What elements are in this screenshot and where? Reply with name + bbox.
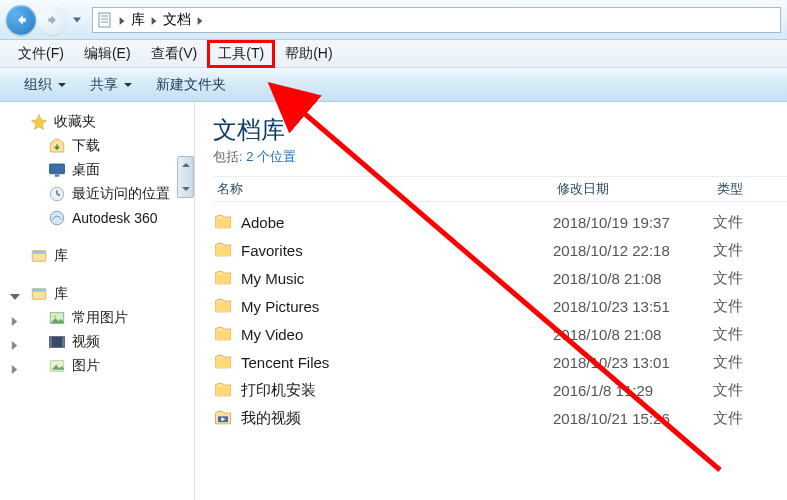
sidebar-library-header[interactable]: 库 bbox=[0, 282, 194, 306]
svg-rect-0 bbox=[99, 13, 110, 27]
sidebar-favorites-group: 收藏夹 下载桌面最近访问的位置Autodesk 360 bbox=[0, 110, 194, 230]
sidebar-item-videos[interactable]: 视频 bbox=[0, 330, 194, 354]
pictures-icon bbox=[48, 309, 66, 327]
file-type: 文件 bbox=[713, 269, 743, 288]
desktop-icon bbox=[48, 161, 66, 179]
chevron-right-icon[interactable] bbox=[10, 337, 20, 347]
svg-rect-4 bbox=[50, 164, 65, 174]
sidebar-library-label: 库 bbox=[54, 285, 68, 303]
chevron-right-icon[interactable] bbox=[10, 361, 20, 371]
menu-help[interactable]: 帮助(H) bbox=[275, 41, 342, 67]
new-folder-button[interactable]: 新建文件夹 bbox=[144, 76, 238, 94]
file-type: 文件 bbox=[713, 409, 743, 428]
sidebar-library-shortcut-label: 库 bbox=[54, 247, 68, 265]
file-name: 打印机安装 bbox=[241, 381, 553, 400]
sidebar-scrollbar[interactable] bbox=[177, 156, 194, 198]
file-row[interactable]: 打印机安装2016/1/8 11:29文件 bbox=[213, 376, 787, 404]
recent-icon bbox=[48, 185, 66, 203]
file-row[interactable]: Tencent Files2018/10/23 13:01文件 bbox=[213, 348, 787, 376]
file-row[interactable]: 我的视频2018/10/21 15:26文件 bbox=[213, 404, 787, 432]
menu-file[interactable]: 文件(F) bbox=[8, 41, 74, 67]
file-date: 2018/10/19 19:37 bbox=[553, 214, 713, 231]
folder-icon bbox=[213, 324, 233, 344]
sidebar-item-label: 图片 bbox=[72, 357, 100, 375]
file-list: Adobe2018/10/19 19:37文件Favorites2018/10/… bbox=[213, 208, 787, 432]
svg-rect-5 bbox=[55, 175, 60, 177]
includes-prefix: 包括: bbox=[213, 149, 246, 164]
sidebar-item-downloads[interactable]: 下载 bbox=[0, 134, 194, 158]
file-name: My Music bbox=[241, 270, 553, 287]
chevron-right-icon[interactable] bbox=[151, 11, 157, 29]
svg-rect-15 bbox=[50, 337, 52, 348]
chevron-down-icon[interactable] bbox=[10, 289, 20, 299]
library-title: 文档库 bbox=[213, 114, 787, 146]
sidebar-library-shortcut-header[interactable]: 库 bbox=[0, 244, 194, 268]
file-type: 文件 bbox=[713, 297, 743, 316]
file-row[interactable]: Adobe2018/10/19 19:37文件 bbox=[213, 208, 787, 236]
column-headers: 名称 修改日期 类型 bbox=[213, 176, 787, 202]
history-dropdown[interactable] bbox=[70, 9, 84, 31]
svg-rect-9 bbox=[32, 251, 46, 254]
breadcrumb-library[interactable]: 库 bbox=[127, 11, 149, 29]
forward-button[interactable] bbox=[38, 5, 68, 35]
chevron-right-icon[interactable] bbox=[119, 11, 125, 29]
chevron-right-icon[interactable] bbox=[197, 11, 203, 29]
file-date: 2018/10/23 13:01 bbox=[553, 354, 713, 371]
file-row[interactable]: My Video2018/10/8 21:08文件 bbox=[213, 320, 787, 348]
sidebar-item-desktop[interactable]: 桌面 bbox=[0, 158, 194, 182]
sidebar-item-pictures[interactable]: 常用图片 bbox=[0, 306, 194, 330]
svg-point-13 bbox=[53, 315, 56, 318]
file-row[interactable]: Favorites2018/10/12 22:18文件 bbox=[213, 236, 787, 264]
library-icon bbox=[30, 247, 48, 265]
sidebar-favorites-header[interactable]: 收藏夹 bbox=[0, 110, 194, 134]
includes-link[interactable]: 2 个位置 bbox=[246, 149, 296, 164]
images-icon bbox=[48, 357, 66, 375]
sidebar-item-autodesk[interactable]: Autodesk 360 bbox=[0, 206, 194, 230]
sidebar-library-shortcut: 库 bbox=[0, 244, 194, 268]
address-bar[interactable]: 库 文档 bbox=[92, 7, 781, 33]
menu-view[interactable]: 查看(V) bbox=[141, 41, 208, 67]
column-name[interactable]: 名称 bbox=[213, 180, 553, 198]
back-button[interactable] bbox=[6, 5, 36, 35]
folder-icon bbox=[213, 240, 233, 260]
document-icon bbox=[97, 12, 113, 28]
sidebar-item-images[interactable]: 图片 bbox=[0, 354, 194, 378]
library-icon bbox=[30, 285, 48, 303]
column-type[interactable]: 类型 bbox=[713, 180, 747, 198]
body-area: 收藏夹 下载桌面最近访问的位置Autodesk 360 库 库 常用图片视频图片 bbox=[0, 102, 787, 500]
navigation-bar: 库 文档 bbox=[0, 0, 787, 40]
file-date: 2018/10/12 22:18 bbox=[553, 242, 713, 259]
content-pane: 文档库 包括: 2 个位置 名称 修改日期 类型 Adobe2018/10/19… bbox=[195, 102, 787, 500]
sidebar-item-label: 常用图片 bbox=[72, 309, 128, 327]
organize-button[interactable]: 组织 bbox=[12, 76, 78, 94]
share-button[interactable]: 共享 bbox=[78, 76, 144, 94]
file-name: My Video bbox=[241, 326, 553, 343]
menu-edit[interactable]: 编辑(E) bbox=[74, 41, 141, 67]
autodesk-icon bbox=[48, 209, 66, 227]
sidebar-item-recent[interactable]: 最近访问的位置 bbox=[0, 182, 194, 206]
sidebar-item-label: 最近访问的位置 bbox=[72, 185, 170, 203]
sidebar: 收藏夹 下载桌面最近访问的位置Autodesk 360 库 库 常用图片视频图片 bbox=[0, 102, 195, 500]
file-name: Tencent Files bbox=[241, 354, 553, 371]
sidebar-item-label: 桌面 bbox=[72, 161, 100, 179]
breadcrumb-documents[interactable]: 文档 bbox=[159, 11, 195, 29]
file-row[interactable]: My Music2018/10/8 21:08文件 bbox=[213, 264, 787, 292]
svg-rect-16 bbox=[62, 337, 64, 348]
sidebar-favorites-label: 收藏夹 bbox=[54, 113, 96, 131]
folder-icon bbox=[213, 296, 233, 316]
menu-tools[interactable]: 工具(T) bbox=[207, 40, 275, 68]
file-type: 文件 bbox=[713, 381, 743, 400]
file-name: My Pictures bbox=[241, 298, 553, 315]
videos-icon bbox=[48, 333, 66, 351]
column-date[interactable]: 修改日期 bbox=[553, 180, 713, 198]
menu-bar: 文件(F)编辑(E)查看(V)工具(T)帮助(H) bbox=[0, 40, 787, 68]
file-name: Favorites bbox=[241, 242, 553, 259]
folder-icon bbox=[213, 380, 233, 400]
folder-icon bbox=[213, 352, 233, 372]
sidebar-item-label: 视频 bbox=[72, 333, 100, 351]
file-type: 文件 bbox=[713, 353, 743, 372]
file-row[interactable]: My Pictures2018/10/23 13:51文件 bbox=[213, 292, 787, 320]
file-type: 文件 bbox=[713, 241, 743, 260]
star-icon bbox=[30, 113, 48, 131]
chevron-right-icon[interactable] bbox=[10, 313, 20, 323]
